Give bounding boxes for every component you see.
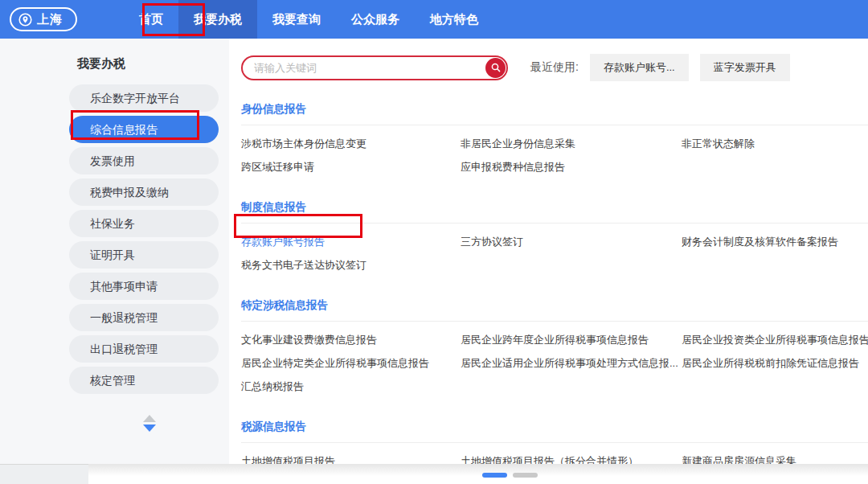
recently-used: 最近使用: 存款账户账号... 蓝字发票开具 [530,54,790,81]
menu-link[interactable]: 居民企业适用企业所得税事项处理方式信息报... [461,351,682,375]
sidebar-item-general-refund[interactable]: 一般退税管理 [69,304,219,331]
search-button[interactable] [485,58,506,78]
sidebar-item-tax-declaration-payment[interactable]: 税费申报及缴纳 [69,178,219,206]
section-title: 特定涉税信息报告 [241,298,868,322]
menu-link[interactable]: 居民企业所得税税前扣除凭证信息报告 [682,351,868,375]
section-system-info-report: 制度信息报告 存款账户账号报告 三方协议签订 财务会计制度及核算软件备案报告 税… [241,200,868,277]
keyword-search [241,55,508,80]
search-input[interactable] [254,62,471,74]
menu-link[interactable]: 应申报税费种信息报告 [461,155,682,178]
scroll-down-arrow[interactable] [143,425,156,432]
menu-link[interactable]: 财务会计制度及核算软件备案报告 [682,230,868,253]
section-title: 身份信息报告 [241,102,868,125]
nav-item-home[interactable]: 首页 [124,0,178,39]
left-rail [0,39,69,464]
recent-button-deposit-account[interactable]: 存款账户账号... [590,54,689,81]
carousel-dot[interactable] [513,473,538,478]
top-navigation-bar: 上海 首页 我要办税 我要查询 公众服务 地方特色 [0,0,868,39]
sidebar-item-comprehensive-info-report[interactable]: 综合信息报告 [69,116,219,143]
sidebar-item-certificate-issuance[interactable]: 证明开具 [69,241,219,269]
section-items: 文化事业建设费缴费信息报告 居民企业跨年度企业所得税事项信息报告 居民企业投资类… [241,322,868,398]
section-tax-source-info-report: 税源信息报告 土地增值税项目报告 土地增值税项目报告（拆分合并情形） 新建商品房… [241,420,868,464]
menu-link[interactable]: 土地增值税项目报告（拆分合并情形） [461,449,682,464]
page-footer-strip [0,464,868,484]
menu-link[interactable]: 居民企业特定类企业所得税事项信息报告 [241,351,461,375]
menu-link[interactable]: 涉税市场主体身份信息变更 [241,132,461,155]
menu-link[interactable]: 三方协议签订 [461,230,682,253]
location-pin-icon [18,13,32,27]
carousel-dot-active[interactable] [482,473,507,478]
menu-link[interactable]: 跨区域迁移申请 [241,155,461,178]
section-items: 土地增值税项目报告 土地增值税项目报告（拆分合并情形） 新建商品房房源信息采集 … [241,443,868,464]
menu-link[interactable]: 居民企业投资类企业所得税事项信息报告 [682,328,868,351]
location-label: 上海 [37,12,63,27]
nav-item-public-services[interactable]: 公众服务 [336,0,415,39]
section-title: 制度信息报告 [241,200,868,224]
section-items: 涉税市场主体身份信息变更 非居民企业身份信息采集 非正常状态解除 跨区域迁移申请… [241,125,868,178]
menu-link[interactable]: 税务文书电子送达协议签订 [241,253,461,277]
search-row: 最近使用: 存款账户账号... 蓝字发票开具 [241,55,868,80]
sidebar-item-social-security[interactable]: 社保业务 [69,210,219,237]
menu-link[interactable]: 汇总纳税报告 [241,375,461,398]
sidebar-header: 我要办税 [77,56,229,72]
menu-content: 最近使用: 存款账户账号... 蓝字发票开具 身份信息报告 涉税市场主体身份信息… [229,39,868,464]
recent-button-blue-invoice[interactable]: 蓝字发票开具 [700,54,790,81]
sidebar-item-export-refund[interactable]: 出口退税管理 [69,335,219,363]
footer-shadow [88,464,868,484]
scroll-up-arrow[interactable] [143,415,156,422]
nav-item-tax-services[interactable]: 我要办税 [178,0,257,39]
mega-menu-panel: 我要办税 乐企数字开放平台 综合信息报告 发票使用 税费申报及缴纳 社保业务 证… [0,39,868,464]
section-specific-tax-info-report: 特定涉税信息报告 文化事业建设费缴费信息报告 居民企业跨年度企业所得税事项信息报… [241,298,868,398]
sidebar-item-other-applications[interactable]: 其他事项申请 [69,273,219,300]
section-items: 存款账户账号报告 三方协议签订 财务会计制度及核算软件备案报告 税务文书电子送达… [241,224,868,277]
recently-used-label: 最近使用: [530,60,579,75]
nav-item-local-features[interactable]: 地方特色 [415,0,493,39]
menu-link[interactable]: 新建商品房房源信息采集 [682,449,868,464]
section-identity-info-report: 身份信息报告 涉税市场主体身份信息变更 非居民企业身份信息采集 非正常状态解除 … [241,102,868,178]
menu-link[interactable]: 文化事业建设费缴费信息报告 [241,328,461,351]
sidebar-item-assessment-management[interactable]: 核定管理 [69,367,219,394]
menu-link[interactable]: 居民企业跨年度企业所得税事项信息报告 [461,328,682,351]
menu-link[interactable]: 非正常状态解除 [682,132,868,155]
search-icon [490,62,502,73]
menu-link[interactable]: 非居民企业身份信息采集 [461,132,682,155]
main-nav: 首页 我要办税 我要查询 公众服务 地方特色 [124,0,493,39]
footer-left-block [0,464,88,484]
nav-item-query[interactable]: 我要查询 [257,0,336,39]
sidebar-item-leqi-platform[interactable]: 乐企数字开放平台 [69,84,219,112]
sidebar-item-invoice-use[interactable]: 发票使用 [69,147,219,174]
location-selector[interactable]: 上海 [10,7,77,31]
sidebar: 我要办税 乐企数字开放平台 综合信息报告 发票使用 税费申报及缴纳 社保业务 证… [69,39,229,464]
menu-link[interactable]: 土地增值税项目报告 [241,449,461,464]
menu-link-deposit-account-report[interactable]: 存款账户账号报告 [241,230,461,253]
sidebar-scroll-arrows [69,415,229,432]
section-title: 税源信息报告 [241,420,868,443]
